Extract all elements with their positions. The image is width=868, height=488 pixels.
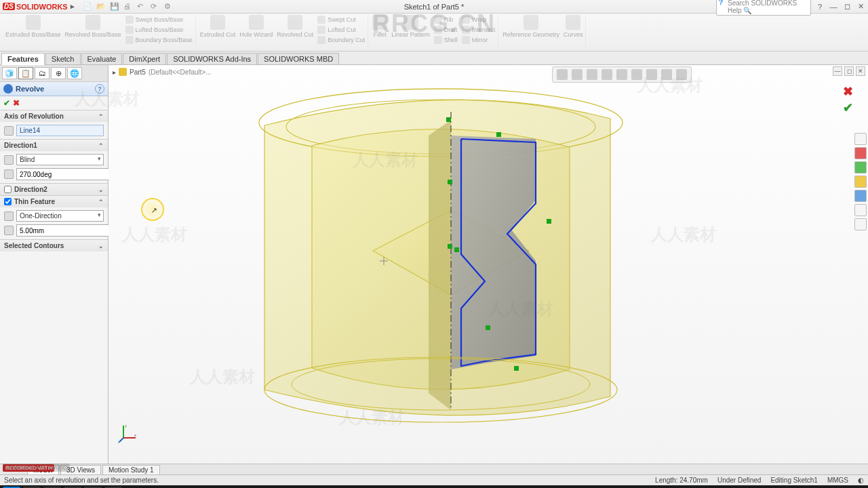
svg-rect-7 <box>454 247 459 252</box>
print-icon[interactable]: 🖨 <box>123 2 133 12</box>
axis-select-icon[interactable] <box>4 126 14 136</box>
view-triad[interactable]: y x z <box>118 423 138 443</box>
swept-boss-button[interactable]: Swept Boss/Base <box>125 15 193 24</box>
fillet-button[interactable]: Fillet <box>372 15 387 45</box>
section-contours-header[interactable]: Selected Contours⌄ <box>0 240 108 251</box>
restore-icon[interactable]: ◻ <box>842 2 852 12</box>
home-pane-icon[interactable] <box>854 133 867 145</box>
graphics-area[interactable]: ▸ Part5 (Default<<Default>... — ◻ ✕ ✖ ✔ <box>108 65 868 464</box>
curves-button[interactable]: Curves <box>564 15 583 38</box>
bottom-tabs: RECORDED WITH Model 3D Views Motion Stud… <box>0 464 868 474</box>
svg-rect-5 <box>448 180 452 184</box>
extruded-cut-button[interactable]: Extruded Cut <box>200 15 236 45</box>
svg-marker-2 <box>451 136 536 369</box>
btab-motionstudy[interactable]: Motion Study 1 <box>102 465 160 474</box>
menu-dropdown-icon[interactable]: ▸ <box>71 2 75 11</box>
resources-pane-icon[interactable] <box>854 147 867 159</box>
status-units[interactable]: MMGS <box>827 476 848 484</box>
svg-rect-11 <box>446 117 451 122</box>
shell-button[interactable]: Shell <box>434 35 458 45</box>
pm-title-text: Revolve <box>16 85 44 93</box>
tab-features[interactable]: Features <box>1 53 45 65</box>
view-palette-icon[interactable] <box>854 190 867 202</box>
tab-evaluate[interactable]: Evaluate <box>81 53 123 64</box>
angle-icon <box>4 169 14 179</box>
custom-props-pane-icon[interactable] <box>854 218 867 230</box>
file-explorer-icon[interactable] <box>854 176 867 188</box>
fm-tab-dimxpert[interactable]: ⊕ <box>51 67 66 79</box>
section-axis-header[interactable]: Axis of Revolution⌃ <box>0 110 108 122</box>
rebuild-icon[interactable]: ⟳ <box>151 2 160 12</box>
thin-type-combo[interactable]: One-Direction <box>16 210 104 222</box>
tab-dimxpert[interactable]: DimXpert <box>123 53 166 64</box>
wrap-button[interactable]: Wrap <box>462 15 496 24</box>
tab-mbd[interactable]: SOLIDWORKS MBD <box>258 53 339 64</box>
lofted-boss-button[interactable]: Lofted Boss/Base <box>125 25 193 35</box>
logo-ds-badge: DS <box>3 3 15 10</box>
design-library-icon[interactable] <box>854 161 867 174</box>
save-icon[interactable]: 💾 <box>110 2 119 12</box>
thin-value-input[interactable]: ▴▾ <box>16 224 118 237</box>
tab-sketch[interactable]: Sketch <box>45 53 81 64</box>
section-thin-header[interactable]: Thin Feature ⌃ <box>0 196 108 207</box>
thin-feature-checkbox[interactable] <box>4 198 12 205</box>
svg-rect-10 <box>514 366 519 371</box>
help-icon[interactable]: ? <box>815 2 825 12</box>
tab-addins[interactable]: SOLIDWORKS Add-Ins <box>167 53 257 64</box>
axis-input[interactable]: Line14 <box>16 125 104 136</box>
boundary-cut-button[interactable]: Boundary Cut <box>317 35 365 45</box>
reverse-direction-icon[interactable] <box>4 155 14 165</box>
direction2-checkbox[interactable] <box>4 186 12 193</box>
svg-text:x: x <box>134 433 136 437</box>
rib-button[interactable]: Rib <box>434 15 458 24</box>
hole-wizard-button[interactable]: Hole Wizard <box>239 15 273 45</box>
options-icon[interactable]: ⚙ <box>164 2 174 12</box>
svg-rect-8 <box>547 219 551 224</box>
quick-access-toolbar: 📄 📂 💾 🖨 ↶ ⟳ ⚙ <box>83 2 174 12</box>
status-defined: Under Defined <box>717 476 761 484</box>
extruded-boss-button[interactable]: Extruded Boss/Base <box>5 15 61 45</box>
fm-tab-display[interactable]: 🌐 <box>67 67 82 79</box>
direction1-angle-input[interactable]: ▴▾ <box>16 168 118 180</box>
status-length: Length: 24.70mm <box>655 476 708 484</box>
pm-cancel-button[interactable]: ✖ <box>13 98 20 108</box>
app-logo: DS SOLIDWORKS ▸ <box>3 2 75 11</box>
thickness-icon <box>4 226 14 235</box>
command-manager-tabs: Features Sketch Evaluate DimXpert SOLIDW… <box>0 52 868 65</box>
property-manager-pane: 🧊 📋 🗂 ⊕ 🌐 Revolve ? ✔ ✖ Axis of Revoluti… <box>0 65 108 464</box>
revolved-boss-button[interactable]: Revolved Boss/Base <box>65 15 121 45</box>
intersect-button[interactable]: Intersect <box>462 25 496 35</box>
linear-pattern-button[interactable]: Linear Pattern <box>391 15 430 45</box>
pm-help-icon[interactable]: ? <box>95 84 104 94</box>
fm-tab-configuration[interactable]: 🗂 <box>35 67 50 79</box>
section-direction1-header[interactable]: Direction1⌃ <box>0 140 108 151</box>
minimize-icon[interactable]: — <box>829 2 838 12</box>
lofted-cut-button[interactable]: Lofted Cut <box>317 25 365 35</box>
swept-cut-button[interactable]: Swept Cut <box>317 15 365 24</box>
direction1-type-combo[interactable]: Blind <box>16 154 104 165</box>
mirror-button[interactable]: Mirror <box>462 35 496 45</box>
new-icon[interactable]: 📄 <box>83 2 92 12</box>
svg-text:z: z <box>118 440 120 443</box>
appearances-pane-icon[interactable] <box>854 204 867 216</box>
status-mode: Editing Sketch1 <box>770 476 818 484</box>
close-icon[interactable]: ✕ <box>856 2 865 12</box>
open-icon[interactable]: 📂 <box>96 2 106 12</box>
fm-tab-design-tree[interactable]: 🧊 <box>2 67 17 79</box>
reference-geometry-button[interactable]: Reference Geometry <box>502 15 559 38</box>
logo-brand: SOLIDWORKS <box>16 3 68 11</box>
search-help-input[interactable]: Search SOLIDWORKS Help 🔍 <box>716 0 811 16</box>
revolved-cut-button[interactable]: Revolved Cut <box>277 15 313 45</box>
svg-text:y: y <box>125 424 127 428</box>
undo-icon[interactable]: ↶ <box>137 2 146 12</box>
thin-reverse-icon[interactable] <box>4 211 14 221</box>
boundary-boss-button[interactable]: Boundary Boss/Base <box>125 35 193 45</box>
document-title: Sketch1 of Part5 * <box>404 3 465 11</box>
section-direction2-header[interactable]: Direction2 ⌄ <box>0 184 108 195</box>
status-hint: Select an axis of revolution and set the… <box>4 476 159 484</box>
pm-ok-button[interactable]: ✔ <box>3 98 10 108</box>
fm-tab-property-manager[interactable]: 📋 <box>18 67 33 79</box>
model-preview <box>108 65 868 464</box>
status-more-icon[interactable]: ◐ <box>858 476 864 484</box>
draft-button[interactable]: Draft <box>434 25 458 35</box>
